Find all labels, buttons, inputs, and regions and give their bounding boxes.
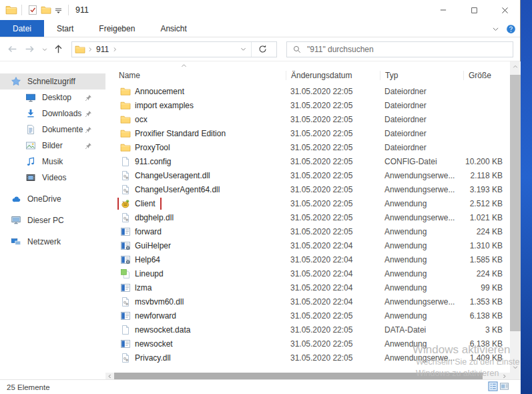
- sidebar-item-videos[interactable]: Videos: [0, 170, 105, 186]
- file-row-proxifier-standard-edition[interactable]: Proxifier Standard Edition31.05.2020 22:…: [105, 126, 510, 140]
- vertical-scrollbar[interactable]: [510, 61, 521, 373]
- address-dropdown-icon[interactable]: [240, 45, 247, 53]
- file-row-911-config[interactable]: 911.config31.05.2020 22:05CONFIG-Datei10…: [105, 154, 510, 168]
- file-name[interactable]: Annoucement: [135, 87, 184, 96]
- tab-datei[interactable]: Datei: [0, 20, 44, 37]
- file-name[interactable]: Privacy.dll: [135, 353, 171, 363]
- file-size: 1.353 KB: [463, 297, 504, 307]
- file-name[interactable]: newforward: [135, 311, 176, 321]
- file-size: 1.310 KB: [463, 241, 504, 250]
- file-row-lineupd[interactable]: Lineupd31.05.2020 22:04Anwendung224 KB: [105, 266, 510, 280]
- column-header-name[interactable]: Name: [105, 71, 286, 80]
- file-name[interactable]: ProxyTool: [135, 143, 170, 152]
- file-row-annoucement[interactable]: Annoucement31.05.2020 22:05Dateiordner: [105, 84, 510, 98]
- search-box[interactable]: [286, 41, 513, 57]
- sidebar-item-downloads[interactable]: Downloads: [0, 106, 105, 122]
- scroll-right-button[interactable]: [500, 373, 509, 379]
- scroll-up-button[interactable]: [510, 61, 521, 72]
- file-row-privacy-dll[interactable]: Privacy.dll31.05.2020 22:05Anwendungserw…: [105, 351, 510, 365]
- file-name[interactable]: newsocket.data: [135, 325, 190, 335]
- file-row-newforward[interactable]: newforward31.05.2020 22:05Anwendung6.138…: [105, 309, 510, 323]
- file-row-newsocket-data[interactable]: newsocket.data31.05.2020 22:05DATA-Datei…: [105, 323, 510, 337]
- sidebar-item-netzwerk[interactable]: Netzwerk: [0, 234, 105, 250]
- file-row-client[interactable]: Client31.05.2020 22:05Anwendung2.512 KB: [105, 196, 510, 210]
- red-highlight-box: Client: [119, 198, 160, 210]
- file-row-newsocket[interactable]: newsocket31.05.2020 22:05Anwendung6.138 …: [105, 337, 510, 351]
- recent-locations-icon[interactable]: [41, 46, 48, 53]
- search-input[interactable]: [307, 45, 507, 54]
- breadcrumb-segment[interactable]: 911: [95, 45, 110, 54]
- pc-icon: [11, 215, 21, 226]
- breadcrumb-chevron-icon[interactable]: [87, 46, 93, 53]
- file-row-proxytool[interactable]: ProxyTool31.05.2020 22:05Dateiordner: [105, 140, 510, 154]
- file-row-msvbvm60-dll[interactable]: msvbvm60.dll31.05.2020 22:04Anwendungser…: [105, 294, 510, 309]
- tab-freigeben[interactable]: Freigeben: [86, 20, 148, 37]
- file-name[interactable]: Help64: [135, 255, 160, 264]
- file-row-changeuseragent64-dll[interactable]: ChangeUserAgent64.dll31.05.2020 22:05Anw…: [105, 182, 510, 196]
- refresh-icon[interactable]: [258, 44, 268, 54]
- file-row-import-examples[interactable]: import examples31.05.2020 22:05Dateiordn…: [105, 98, 510, 112]
- file-date: 31.05.2020 22:05: [286, 101, 380, 110]
- file-row-lzma[interactable]: lzma31.05.2020 22:04Anwendung99 KB: [105, 280, 510, 294]
- file-name[interactable]: GuiHelper: [135, 241, 171, 250]
- maximize-button[interactable]: [459, 0, 489, 20]
- dll-icon: [120, 297, 131, 307]
- file-name[interactable]: ChangeUseragent.dll: [135, 171, 210, 180]
- vertical-scrollbar-thumb[interactable]: [510, 75, 521, 331]
- column-header-type[interactable]: Typ: [380, 71, 463, 80]
- file-type: Anwendungserwe...: [380, 213, 463, 222]
- file-name[interactable]: newsocket: [135, 339, 173, 349]
- file-row-help64[interactable]: Help6431.05.2020 22:04Anwendung1.585 KB: [105, 252, 510, 266]
- file-size: 1.585 KB: [463, 255, 504, 264]
- file-name[interactable]: import examples: [135, 101, 194, 110]
- file-name[interactable]: Lineupd: [135, 269, 164, 278]
- scroll-down-button[interactable]: [510, 362, 521, 373]
- file-name[interactable]: ocx: [135, 115, 148, 124]
- file-row-changeuseragent-dll[interactable]: ChangeUseragent.dll31.05.2020 22:05Anwen…: [105, 168, 510, 182]
- file-row-dbghelp-dll[interactable]: dbghelp.dll31.05.2020 22:05Anwendungserw…: [105, 210, 510, 224]
- new-folder-icon[interactable]: [41, 5, 51, 15]
- file-icon: [120, 325, 131, 335]
- forward-icon[interactable]: [24, 43, 35, 55]
- sidebar-item-onedrive[interactable]: OneDrive: [0, 191, 105, 207]
- large-icons-view-icon[interactable]: [499, 381, 509, 391]
- horizontal-scrollbar-thumb[interactable]: [114, 373, 483, 379]
- file-name[interactable]: dbghelp.dll: [135, 213, 174, 222]
- file-name[interactable]: lzma: [135, 283, 152, 292]
- sidebar-item-bilder[interactable]: Bilder: [0, 138, 105, 154]
- address-bar[interactable]: 911: [71, 41, 277, 57]
- file-row-forward[interactable]: forward31.05.2020 22:05Anwendung224 KB: [105, 224, 510, 238]
- help-icon[interactable]: [506, 24, 516, 34]
- file-name[interactable]: msvbvm60.dll: [135, 297, 184, 307]
- properties-check-icon[interactable]: [27, 5, 38, 15]
- scroll-left-button[interactable]: [105, 373, 114, 379]
- file-name[interactable]: 911.config: [135, 157, 172, 166]
- minimize-button[interactable]: [428, 0, 459, 20]
- up-icon[interactable]: [53, 43, 64, 55]
- sidebar-item-label: Musik: [42, 157, 63, 166]
- back-icon[interactable]: [7, 43, 18, 55]
- customize-quick-access-icon[interactable]: [54, 6, 63, 15]
- file-name[interactable]: forward: [135, 227, 162, 236]
- tab-start[interactable]: Start: [44, 20, 86, 37]
- breadcrumb-chevron-icon[interactable]: [111, 46, 118, 53]
- file-row-guihelper[interactable]: GuiHelper31.05.2020 22:04Anwendung1.310 …: [105, 238, 510, 252]
- sidebar-item-dieser-pc[interactable]: Dieser PC: [0, 212, 105, 228]
- horizontal-scrollbar[interactable]: [105, 373, 521, 379]
- tab-ansicht[interactable]: Ansicht: [148, 20, 199, 37]
- column-header-size[interactable]: Größe: [463, 71, 504, 80]
- file-name[interactable]: ChangeUserAgent64.dll: [135, 185, 220, 194]
- appgear-icon: [120, 240, 131, 251]
- file-name[interactable]: Client: [135, 199, 156, 208]
- details-view-icon[interactable]: [488, 381, 498, 391]
- sidebar-item-dokumente[interactable]: Dokumente: [0, 122, 105, 138]
- file-row-ocx[interactable]: ocx31.05.2020 22:05Dateiordner: [105, 112, 510, 126]
- ribbon-collapse-icon[interactable]: [491, 25, 500, 33]
- sidebar-item-desktop[interactable]: Desktop: [0, 89, 105, 106]
- close-button[interactable]: [489, 0, 520, 20]
- column-header-date[interactable]: Änderungsdatum: [286, 71, 380, 80]
- sidebar-item-schnellzugriff[interactable]: Schnellzugriff: [0, 73, 105, 89]
- sidebar-item-musik[interactable]: Musik: [0, 154, 105, 170]
- dll-icon: [120, 212, 131, 223]
- file-name[interactable]: Proxifier Standard Edition: [135, 129, 226, 138]
